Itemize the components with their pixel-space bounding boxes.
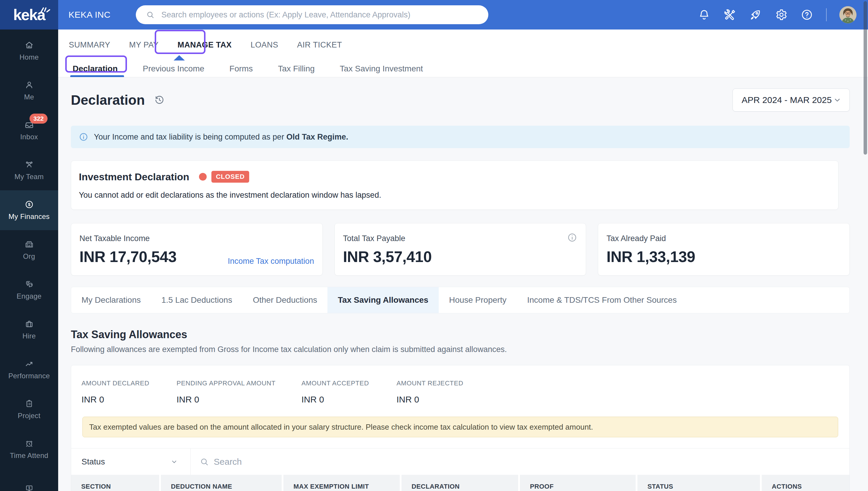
- allowances-panel: AMOUNT DECLARED INR 0 PENDING APPROVAL A…: [71, 365, 850, 491]
- project-clipboard-icon: [25, 399, 34, 408]
- sidebar-item-inbox[interactable]: 322 Inbox: [0, 111, 58, 150]
- company-name: KEKA INC: [68, 10, 110, 20]
- allowance-search-input[interactable]: [214, 457, 849, 467]
- subtab-declaration[interactable]: Declaration: [73, 64, 118, 74]
- tools-icon[interactable]: [723, 8, 736, 21]
- inbox-count-badge: 322: [30, 114, 48, 124]
- allowances-section-title: Tax Saving Allowances: [71, 328, 850, 341]
- closed-status-dot: [199, 173, 207, 181]
- global-search[interactable]: [136, 5, 488, 24]
- tax-regime-info-banner: Your Income and tax liability is being c…: [71, 126, 850, 148]
- column-header-status: STATUS: [637, 475, 760, 491]
- sidebar-item-label: Time Attend: [10, 452, 48, 460]
- payroll-monitor-icon: $: [25, 485, 34, 491]
- sidebar-item-me[interactable]: Me: [0, 71, 58, 111]
- sidebar-item-label: Me: [24, 93, 34, 101]
- home-icon: [25, 40, 34, 50]
- status-filter-dropdown[interactable]: Status: [71, 449, 191, 475]
- search-icon: [200, 457, 209, 466]
- main-area: SUMMARY MY PAY MANAGE TAX LOANS AIR TICK…: [58, 30, 868, 491]
- org-building-icon: [25, 239, 34, 249]
- financial-year-value: APR 2024 - MAR 2025: [741, 95, 832, 105]
- pending-approval-amount-stat: PENDING APPROVAL AMOUNT INR 0: [176, 379, 302, 405]
- info-circle-icon[interactable]: [567, 232, 578, 243]
- stat-value: INR 3,57,410: [343, 248, 578, 266]
- tab-loans[interactable]: LOANS: [251, 40, 278, 50]
- subtab-previous-income[interactable]: Previous Income: [143, 64, 204, 74]
- section-tab-house-property[interactable]: House Property: [439, 287, 517, 313]
- svg-text:$: $: [28, 202, 30, 207]
- tax-subtabs: Declaration Previous Income Forms Tax Fi…: [58, 60, 868, 77]
- chevron-down-icon: [170, 458, 178, 466]
- tab-manage-tax[interactable]: MANAGE TAX: [177, 40, 232, 50]
- column-header-max-exemption-limit: MAX EXEMPTION LIMIT: [283, 475, 400, 491]
- logo-spark-icon: [40, 4, 51, 13]
- allowance-table-header: SECTION DEDUCTION NAME MAX EXEMPTION LIM…: [71, 475, 849, 491]
- column-header-actions: ACTIONS: [762, 475, 849, 491]
- column-header-declaration: DECLARATION: [401, 475, 518, 491]
- section-tab-my-declarations[interactable]: My Declarations: [71, 287, 151, 313]
- stat-value: INR 1,33,139: [607, 248, 841, 266]
- column-header-section: SECTION: [71, 475, 159, 491]
- allowance-search[interactable]: [191, 449, 849, 475]
- svg-text:$: $: [28, 486, 30, 489]
- topbar-divider: [826, 8, 827, 21]
- column-header-proof: PROOF: [520, 475, 636, 491]
- section-tab-15-lac-deductions[interactable]: 1.5 Lac Deductions: [151, 287, 243, 313]
- section-tab-tax-saving-allowances[interactable]: Tax Saving Allowances: [328, 287, 439, 313]
- stat-label: Total Tax Payable: [343, 234, 578, 243]
- sidebar-item-performance[interactable]: Performance: [0, 350, 58, 389]
- time-attend-clock-icon: [25, 439, 34, 448]
- keka-logo[interactable]: keka: [0, 0, 58, 30]
- hire-briefcase-icon: [25, 319, 34, 329]
- avatar-photo: [839, 6, 857, 23]
- sidebar-item-label: My Team: [15, 173, 44, 181]
- help-icon[interactable]: [801, 8, 813, 21]
- sidebar-item-label: Engage: [17, 292, 41, 300]
- sidebar-item-my-finances[interactable]: $ My Finances: [0, 190, 58, 230]
- info-circle-icon: [79, 132, 89, 142]
- section-tab-income-tds-tcs[interactable]: Income & TDS/TCS From Other Sources: [517, 287, 687, 313]
- allowances-section-description: Following allowances are exempted from G…: [71, 345, 850, 354]
- sidebar-item-label: Org: [23, 252, 35, 261]
- tab-air-ticket[interactable]: AIR TICKET: [297, 40, 342, 50]
- page-scrollbar-thumb[interactable]: [864, 1, 867, 154]
- sidebar-item-home[interactable]: Home: [0, 31, 58, 71]
- subtab-tax-saving-investment[interactable]: Tax Saving Investment: [340, 64, 423, 74]
- sidebar-item-label: Hire: [23, 332, 36, 340]
- app-layout: Home Me 322 Inbox My Team $ My Finances …: [0, 30, 868, 491]
- user-avatar[interactable]: [839, 6, 857, 23]
- notifications-bell-icon[interactable]: [698, 8, 711, 21]
- sidebar-item-hire[interactable]: Hire: [0, 310, 58, 350]
- sidebar: Home Me 322 Inbox My Team $ My Finances …: [0, 30, 58, 491]
- finances-dollar-icon: $: [25, 200, 34, 209]
- subtab-forms[interactable]: Forms: [229, 64, 253, 74]
- chevron-down-icon: [833, 96, 842, 105]
- sidebar-item-time-attend[interactable]: Time Attend: [0, 429, 58, 469]
- column-header-deduction-name: DEDUCTION NAME: [161, 475, 282, 491]
- page-head: Declaration APR 2024 - MAR 2025: [71, 88, 850, 112]
- global-search-input[interactable]: [161, 10, 479, 20]
- sidebar-item-label: Inbox: [20, 133, 38, 141]
- settings-gear-icon[interactable]: [775, 8, 788, 21]
- sidebar-item-project[interactable]: Project: [0, 389, 58, 429]
- sidebar-item-engage[interactable]: Engage: [0, 270, 58, 310]
- history-icon[interactable]: [154, 94, 165, 106]
- performance-trend-icon: [25, 359, 34, 369]
- sidebar-item-label: Home: [20, 53, 39, 61]
- investment-declaration-card: Investment Declaration CLOSED You cannot…: [71, 161, 838, 210]
- income-tax-computation-link[interactable]: Income Tax computation: [228, 257, 314, 266]
- sidebar-item-payroll[interactable]: $: [0, 469, 58, 491]
- tax-stat-cards: Net Taxable Income INR 17,70,543 Income …: [71, 223, 850, 276]
- subtab-tax-filling[interactable]: Tax Filling: [278, 64, 314, 74]
- sidebar-item-org[interactable]: Org: [0, 230, 58, 270]
- tab-summary[interactable]: SUMMARY: [69, 40, 110, 50]
- tab-my-pay[interactable]: MY PAY: [129, 40, 159, 50]
- sidebar-item-my-team[interactable]: My Team: [0, 150, 58, 190]
- amount-rejected-stat: AMOUNT REJECTED INR 0: [396, 379, 463, 405]
- section-tab-other-deductions[interactable]: Other Deductions: [243, 287, 328, 313]
- team-icon: [25, 160, 34, 169]
- financial-year-dropdown[interactable]: APR 2024 - MAR 2025: [732, 88, 850, 112]
- rocket-icon[interactable]: [749, 8, 762, 21]
- active-tab-caret: [174, 55, 185, 60]
